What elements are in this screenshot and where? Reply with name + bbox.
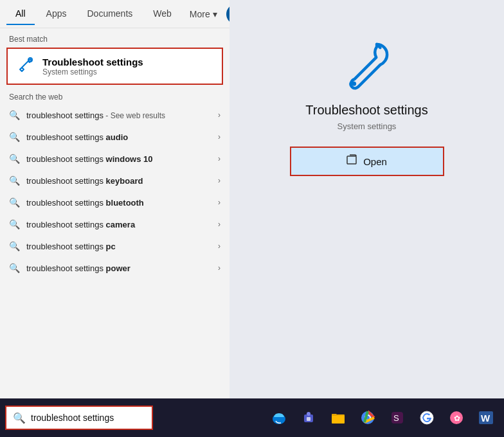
taskbar-search-bar[interactable]: 🔍 troubleshoot settings [5,406,153,430]
open-button-label: Open [363,156,387,167]
taskbar-search-text: troubleshoot settings [31,413,114,423]
chrome-icon[interactable] [355,405,381,431]
open-button[interactable]: Open [290,147,444,176]
best-match-text: Troubleshoot settings System settings [42,57,143,76]
svg-rect-2 [347,156,356,164]
svg-point-1 [352,82,356,86]
chevron-icon-0: › [218,111,221,120]
settings-wrench-icon [17,55,35,77]
best-match-subtitle: System settings [42,67,143,76]
result-item-3[interactable]: 🔍 troubleshoot settings keyboard › [0,170,230,192]
result-item-4[interactable]: 🔍 troubleshoot settings bluetooth › [0,192,230,213]
result-text-2: troubleshoot settings windows 10 [26,154,212,164]
tab-documents[interactable]: Documents [78,3,141,25]
search-icon-7: 🔍 [9,263,20,273]
taskbar-icons: S ✿ W [266,405,499,431]
file-explorer-icon[interactable] [325,405,351,431]
tabs-row: All Apps Documents Web More ▾ N 🗣 ··· ✕ [0,0,230,28]
tab-more[interactable]: More ▾ [183,4,224,24]
search-icon-3: 🔍 [9,175,20,186]
svg-rect-6 [307,417,310,421]
svg-point-5 [307,412,310,416]
result-item-7[interactable]: 🔍 troubleshoot settings power › [0,257,230,279]
chevron-icon-1: › [218,132,221,141]
result-item-1[interactable]: 🔍 troubleshoot settings audio › [0,126,230,148]
best-match-label: Best match [0,28,230,48]
right-panel-icon [341,39,393,93]
right-panel: Troubleshoot settings System settings Op… [230,0,504,398]
search-icon-5: 🔍 [9,219,20,229]
word-icon[interactable]: W [473,405,499,431]
result-item-5[interactable]: 🔍 troubleshoot settings camera › [0,213,230,235]
result-text-0: troubleshoot settings - See web results [26,111,212,120]
chevron-icon-2: › [218,154,221,163]
taskbar: 🔍 troubleshoot settings [0,398,504,437]
result-text-1: troubleshoot settings audio [26,132,212,142]
svg-text:S: S [393,413,399,423]
right-panel-title: Troubleshoot settings [305,103,428,118]
chevron-icon-4: › [218,198,221,207]
chevron-icon-6: › [218,242,221,251]
tab-all[interactable]: All [6,3,35,25]
chevron-icon-7: › [218,263,221,272]
slack-icon[interactable]: S [384,405,410,431]
edge-icon[interactable] [266,405,292,431]
right-panel-subtitle: System settings [338,121,397,131]
svg-text:✿: ✿ [454,414,460,423]
result-item-0[interactable]: 🔍 troubleshoot settings - See web result… [0,104,230,126]
result-item-2[interactable]: 🔍 troubleshoot settings windows 10 › [0,148,230,170]
svg-rect-7 [332,415,345,424]
search-icon-6: 🔍 [9,241,20,251]
teams-icon[interactable] [296,405,321,431]
left-panel: All Apps Documents Web More ▾ N 🗣 ··· ✕ … [0,0,230,398]
chevron-down-icon: ▾ [213,9,217,19]
best-match-title: Troubleshoot settings [42,57,143,67]
search-icon-4: 🔍 [9,197,20,208]
search-icon-2: 🔍 [9,154,20,164]
search-icon-1: 🔍 [9,132,20,142]
chevron-icon-5: › [218,220,221,229]
chevron-icon-3: › [218,176,221,185]
result-text-4: troubleshoot settings bluetooth [26,198,212,208]
google-icon[interactable] [414,405,440,431]
result-text-5: troubleshoot settings camera [26,220,212,229]
tab-apps[interactable]: Apps [37,3,76,25]
open-btn-icon [346,154,358,168]
best-match-item[interactable]: Troubleshoot settings System settings [6,48,223,85]
result-text-3: troubleshoot settings keyboard [26,176,212,186]
web-section-label: Search the web [0,85,230,104]
search-icon-0: 🔍 [9,110,20,120]
paint-icon[interactable]: ✿ [444,405,469,431]
tab-web[interactable]: Web [144,3,181,25]
taskbar-search-icon: 🔍 [13,412,26,424]
result-text-7: troubleshoot settings power [26,263,212,273]
svg-text:W: W [481,413,491,424]
result-item-6[interactable]: 🔍 troubleshoot settings pc › [0,235,230,257]
result-text-6: troubleshoot settings pc [26,242,212,251]
